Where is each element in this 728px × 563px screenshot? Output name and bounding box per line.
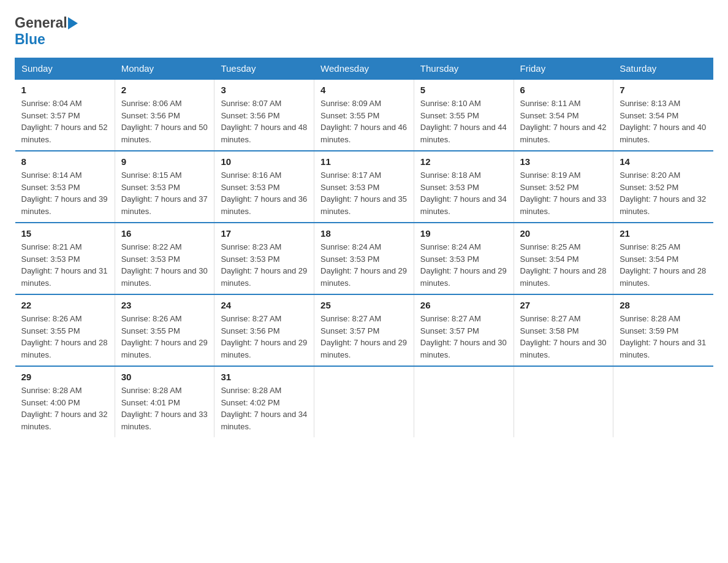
day-info: Sunrise: 8:09 AMSunset: 3:55 PMDaylight:… <box>320 98 408 145</box>
calendar-day-cell: 9Sunrise: 8:15 AMSunset: 3:53 PMDaylight… <box>115 151 214 223</box>
day-info: Sunrise: 8:27 AMSunset: 3:57 PMDaylight:… <box>320 313 408 361</box>
calendar-day-cell <box>514 366 613 437</box>
calendar-day-cell: 18Sunrise: 8:24 AMSunset: 3:53 PMDayligh… <box>314 223 414 294</box>
logo-blue-text: Blue <box>15 31 45 48</box>
day-info: Sunrise: 8:20 AMSunset: 3:52 PMDaylight:… <box>620 169 707 217</box>
calendar-day-cell: 5Sunrise: 8:10 AMSunset: 3:55 PMDaylight… <box>414 79 514 151</box>
calendar-day-cell: 6Sunrise: 8:11 AMSunset: 3:54 PMDaylight… <box>514 79 613 151</box>
calendar-day-cell: 14Sunrise: 8:20 AMSunset: 3:52 PMDayligh… <box>613 151 713 223</box>
day-number: 26 <box>420 300 507 310</box>
day-info: Sunrise: 8:13 AMSunset: 3:54 PMDaylight:… <box>620 98 707 145</box>
calendar-day-cell: 15Sunrise: 8:21 AMSunset: 3:53 PMDayligh… <box>15 223 115 294</box>
day-info: Sunrise: 8:18 AMSunset: 3:53 PMDaylight:… <box>420 169 507 217</box>
day-number: 20 <box>520 228 607 239</box>
day-info: Sunrise: 8:17 AMSunset: 3:53 PMDaylight:… <box>320 169 408 217</box>
day-number: 10 <box>221 156 308 167</box>
calendar-day-cell <box>414 366 514 437</box>
calendar-week-row: 29Sunrise: 8:28 AMSunset: 4:00 PMDayligh… <box>15 366 713 437</box>
calendar-week-row: 1Sunrise: 8:04 AMSunset: 3:57 PMDaylight… <box>15 79 713 151</box>
day-number: 1 <box>21 85 108 95</box>
day-number: 17 <box>221 228 308 239</box>
calendar-table: SundayMondayTuesdayWednesdayThursdayFrid… <box>15 58 713 437</box>
calendar-day-cell: 30Sunrise: 8:28 AMSunset: 4:01 PMDayligh… <box>115 366 214 437</box>
day-number: 14 <box>620 156 707 167</box>
column-header-sunday: Sunday <box>15 58 115 80</box>
column-header-tuesday: Tuesday <box>214 58 314 80</box>
column-header-saturday: Saturday <box>613 58 713 80</box>
calendar-day-cell: 8Sunrise: 8:14 AMSunset: 3:53 PMDaylight… <box>15 151 115 223</box>
day-number: 25 <box>320 300 408 310</box>
day-number: 29 <box>21 372 108 382</box>
day-info: Sunrise: 8:14 AMSunset: 3:53 PMDaylight:… <box>21 169 108 217</box>
calendar-day-cell: 4Sunrise: 8:09 AMSunset: 3:55 PMDaylight… <box>314 79 414 151</box>
day-info: Sunrise: 8:24 AMSunset: 3:53 PMDaylight:… <box>420 241 507 289</box>
calendar-day-cell: 27Sunrise: 8:27 AMSunset: 3:58 PMDayligh… <box>514 294 613 366</box>
calendar-week-row: 8Sunrise: 8:14 AMSunset: 3:53 PMDaylight… <box>15 151 713 223</box>
calendar-day-cell: 24Sunrise: 8:27 AMSunset: 3:56 PMDayligh… <box>214 294 314 366</box>
calendar-day-cell: 23Sunrise: 8:26 AMSunset: 3:55 PMDayligh… <box>115 294 214 366</box>
day-number: 21 <box>620 228 707 239</box>
calendar-day-cell: 11Sunrise: 8:17 AMSunset: 3:53 PMDayligh… <box>314 151 414 223</box>
day-info: Sunrise: 8:26 AMSunset: 3:55 PMDaylight:… <box>21 313 108 361</box>
day-number: 4 <box>320 85 408 95</box>
day-number: 2 <box>121 85 208 95</box>
day-number: 19 <box>420 228 507 239</box>
column-header-monday: Monday <box>115 58 214 80</box>
day-info: Sunrise: 8:28 AMSunset: 3:59 PMDaylight:… <box>620 313 707 361</box>
day-info: Sunrise: 8:04 AMSunset: 3:57 PMDaylight:… <box>21 98 108 145</box>
day-number: 28 <box>620 300 707 310</box>
calendar-header-row: SundayMondayTuesdayWednesdayThursdayFrid… <box>15 58 713 80</box>
calendar-day-cell: 29Sunrise: 8:28 AMSunset: 4:00 PMDayligh… <box>15 366 115 437</box>
day-number: 5 <box>420 85 507 95</box>
calendar-day-cell: 25Sunrise: 8:27 AMSunset: 3:57 PMDayligh… <box>314 294 414 366</box>
day-number: 27 <box>520 300 607 310</box>
page-header: General Blue <box>15 15 713 48</box>
day-number: 6 <box>520 85 607 95</box>
day-info: Sunrise: 8:10 AMSunset: 3:55 PMDaylight:… <box>420 98 507 145</box>
day-info: Sunrise: 8:26 AMSunset: 3:55 PMDaylight:… <box>121 313 208 361</box>
day-number: 11 <box>320 156 408 167</box>
calendar-day-cell: 17Sunrise: 8:23 AMSunset: 3:53 PMDayligh… <box>214 223 314 294</box>
column-header-thursday: Thursday <box>414 58 514 80</box>
calendar-day-cell <box>613 366 713 437</box>
calendar-day-cell: 26Sunrise: 8:27 AMSunset: 3:57 PMDayligh… <box>414 294 514 366</box>
day-number: 23 <box>121 300 208 310</box>
calendar-day-cell: 20Sunrise: 8:25 AMSunset: 3:54 PMDayligh… <box>514 223 613 294</box>
calendar-day-cell: 19Sunrise: 8:24 AMSunset: 3:53 PMDayligh… <box>414 223 514 294</box>
calendar-day-cell: 22Sunrise: 8:26 AMSunset: 3:55 PMDayligh… <box>15 294 115 366</box>
day-number: 15 <box>21 228 108 239</box>
day-number: 31 <box>221 372 308 382</box>
calendar-day-cell: 28Sunrise: 8:28 AMSunset: 3:59 PMDayligh… <box>613 294 713 366</box>
day-info: Sunrise: 8:25 AMSunset: 3:54 PMDaylight:… <box>620 241 707 289</box>
calendar-day-cell: 3Sunrise: 8:07 AMSunset: 3:56 PMDaylight… <box>214 79 314 151</box>
column-header-friday: Friday <box>514 58 613 80</box>
day-info: Sunrise: 8:16 AMSunset: 3:53 PMDaylight:… <box>221 169 308 217</box>
calendar-day-cell: 2Sunrise: 8:06 AMSunset: 3:56 PMDaylight… <box>115 79 214 151</box>
day-info: Sunrise: 8:28 AMSunset: 4:01 PMDaylight:… <box>121 385 208 432</box>
calendar-week-row: 15Sunrise: 8:21 AMSunset: 3:53 PMDayligh… <box>15 223 713 294</box>
day-number: 3 <box>221 85 308 95</box>
calendar-week-row: 22Sunrise: 8:26 AMSunset: 3:55 PMDayligh… <box>15 294 713 366</box>
calendar-day-cell: 1Sunrise: 8:04 AMSunset: 3:57 PMDaylight… <box>15 79 115 151</box>
day-info: Sunrise: 8:27 AMSunset: 3:58 PMDaylight:… <box>520 313 607 361</box>
day-info: Sunrise: 8:15 AMSunset: 3:53 PMDaylight:… <box>121 169 208 217</box>
day-info: Sunrise: 8:27 AMSunset: 3:56 PMDaylight:… <box>221 313 308 361</box>
day-info: Sunrise: 8:24 AMSunset: 3:53 PMDaylight:… <box>320 241 408 289</box>
day-info: Sunrise: 8:19 AMSunset: 3:52 PMDaylight:… <box>520 169 607 217</box>
day-info: Sunrise: 8:25 AMSunset: 3:54 PMDaylight:… <box>520 241 607 289</box>
day-info: Sunrise: 8:21 AMSunset: 3:53 PMDaylight:… <box>21 241 108 289</box>
calendar-day-cell: 13Sunrise: 8:19 AMSunset: 3:52 PMDayligh… <box>514 151 613 223</box>
day-info: Sunrise: 8:27 AMSunset: 3:57 PMDaylight:… <box>420 313 507 361</box>
day-number: 9 <box>121 156 208 167</box>
day-info: Sunrise: 8:28 AMSunset: 4:00 PMDaylight:… <box>21 385 108 432</box>
column-header-wednesday: Wednesday <box>314 58 414 80</box>
day-info: Sunrise: 8:11 AMSunset: 3:54 PMDaylight:… <box>520 98 607 145</box>
calendar-day-cell: 16Sunrise: 8:22 AMSunset: 3:53 PMDayligh… <box>115 223 214 294</box>
day-number: 7 <box>620 85 707 95</box>
calendar-day-cell: 31Sunrise: 8:28 AMSunset: 4:02 PMDayligh… <box>214 366 314 437</box>
day-info: Sunrise: 8:22 AMSunset: 3:53 PMDaylight:… <box>121 241 208 289</box>
day-info: Sunrise: 8:28 AMSunset: 4:02 PMDaylight:… <box>221 385 308 432</box>
day-number: 8 <box>21 156 108 167</box>
calendar-day-cell <box>314 366 414 437</box>
calendar-day-cell: 10Sunrise: 8:16 AMSunset: 3:53 PMDayligh… <box>214 151 314 223</box>
